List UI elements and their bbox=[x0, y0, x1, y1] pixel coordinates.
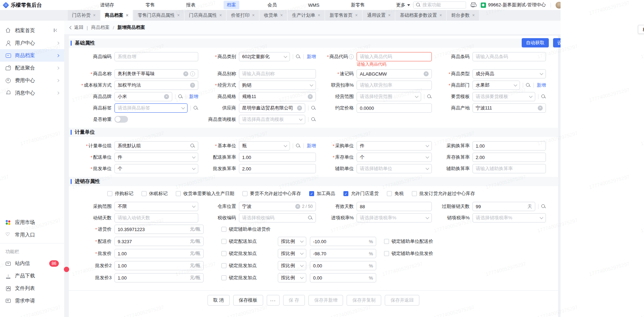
select-field[interactable]: 瓶 bbox=[239, 141, 290, 150]
checkbox[interactable]: 锁定批发加点 bbox=[221, 275, 275, 281]
sidebar-item[interactable]: 档案首页 bbox=[0, 24, 64, 37]
select-field[interactable]: 请选择进项税率% bbox=[357, 213, 432, 223]
more-actions-button[interactable]: ··· bbox=[267, 295, 280, 306]
tab[interactable]: 门店补货× bbox=[68, 10, 100, 21]
checkbox[interactable]: 锁定辅助单位进货价 bbox=[221, 226, 275, 232]
tab[interactable]: 生产计划单× bbox=[288, 10, 324, 21]
close-icon[interactable]: × bbox=[219, 13, 222, 18]
nav-menu-item[interactable]: 零售 bbox=[142, 1, 158, 9]
search-input[interactable]: 搜索功能 bbox=[413, 1, 466, 9]
close-icon[interactable]: × bbox=[318, 13, 320, 18]
side-float-button[interactable]: 精 bbox=[638, 25, 644, 34]
footer-button[interactable]: 保存并返回 bbox=[385, 295, 419, 306]
checkbox[interactable]: 停购标记 bbox=[107, 190, 133, 197]
select-field[interactable]: 件 bbox=[114, 153, 198, 162]
add-new-link[interactable]: 新增 bbox=[189, 93, 198, 100]
sidebar-item[interactable]: 用户中心 bbox=[0, 37, 64, 49]
clear-icon[interactable]: × bbox=[297, 106, 302, 111]
tab[interactable]: 收货单× bbox=[260, 10, 287, 21]
avatar[interactable] bbox=[556, 2, 561, 9]
nav-menu-item[interactable]: 新零售 bbox=[348, 1, 368, 9]
select-field[interactable]: 请选择商品标签 bbox=[114, 103, 188, 113]
printer-icon[interactable] bbox=[471, 2, 476, 7]
tab[interactable]: 基础档案参数设置× bbox=[395, 10, 446, 21]
footer-button[interactable]: 保存并复制 bbox=[347, 295, 381, 306]
add-new-link[interactable]: 新增 bbox=[307, 53, 316, 60]
clear-icon[interactable]: × bbox=[424, 71, 429, 76]
weight-toggle[interactable] bbox=[114, 116, 128, 123]
input-field[interactable]: 宁波111× bbox=[472, 103, 546, 113]
select-field[interactable]: 购销 bbox=[239, 81, 316, 90]
nav-menu-item[interactable]: 档案 bbox=[224, 1, 239, 9]
nav-menu-item[interactable]: 进销存 bbox=[97, 1, 117, 9]
checkbox[interactable]: ✓允许门店退货 bbox=[343, 190, 379, 197]
search-icon[interactable] bbox=[308, 216, 313, 220]
select-field[interactable]: 请选择要货模板 bbox=[472, 92, 535, 101]
checkbox[interactable]: 收货单需要输入生产日期 bbox=[176, 190, 234, 197]
close-icon[interactable]: × bbox=[355, 13, 358, 18]
checkbox[interactable]: ✓加工商品 bbox=[309, 190, 335, 197]
back-button[interactable]: 返回 bbox=[70, 24, 83, 31]
input-field[interactable]: 请输入动销天数 bbox=[114, 213, 198, 223]
search-icon[interactable] bbox=[427, 94, 432, 99]
checkbox[interactable]: 免税 bbox=[387, 190, 404, 197]
sidebar-item[interactable]: 产品下载 bbox=[0, 270, 64, 282]
close-icon[interactable]: × bbox=[93, 13, 96, 18]
checkbox[interactable]: 锁定辅助单位配送价 bbox=[384, 238, 433, 245]
checkbox[interactable]: 休眠标记 bbox=[142, 190, 168, 197]
search-icon[interactable] bbox=[194, 106, 198, 111]
input-field[interactable]: 9.3237元/瓶 bbox=[114, 237, 204, 246]
sidebar-item[interactable]: 需求申请 bbox=[0, 295, 64, 307]
sidebar-item[interactable]: 费用中心 bbox=[0, 74, 64, 87]
sidebar-item[interactable]: 配送聚合 bbox=[0, 62, 64, 74]
footer-button[interactable]: 保 存 bbox=[283, 295, 305, 306]
input-field[interactable]: 请选择税收编码 bbox=[239, 213, 316, 223]
search-icon[interactable] bbox=[296, 55, 301, 59]
input-field[interactable]: 1.00元/瓶 bbox=[114, 249, 204, 258]
input-field[interactable]: 1.00元/瓶 bbox=[114, 261, 204, 270]
checkbox[interactable]: 要货不允许超过中心库存 bbox=[242, 190, 301, 197]
select-field[interactable]: 按比例 bbox=[278, 261, 306, 270]
input-field[interactable]: 请输入联营扣率 bbox=[357, 81, 432, 90]
search-icon[interactable] bbox=[541, 94, 546, 99]
checkbox[interactable]: 锁定辅助单位批发价 bbox=[384, 250, 433, 257]
input-field[interactable]: 1.00 bbox=[472, 141, 546, 150]
clear-icon[interactable]: × bbox=[295, 204, 300, 209]
nav-menu-item[interactable]: 更多 bbox=[393, 1, 413, 9]
input-field[interactable]: 规格11× bbox=[239, 92, 316, 101]
select-field[interactable]: 请选择商品查询模板 bbox=[239, 115, 305, 124]
clear-icon[interactable]: × bbox=[183, 71, 188, 76]
auto-fetch-button[interactable]: 自动获取 bbox=[522, 38, 549, 47]
close-icon[interactable]: × bbox=[472, 13, 475, 18]
footer-button[interactable]: 取 消 bbox=[208, 295, 230, 306]
input-field[interactable]: 宁波×2 / 50 bbox=[239, 202, 316, 211]
input-field[interactable]: 0.0000 bbox=[357, 103, 432, 113]
select-field[interactable]: 按比例 bbox=[278, 249, 306, 258]
input-field[interactable]: 请输入商品条码 bbox=[472, 52, 546, 61]
select-field[interactable]: 成分商品 bbox=[472, 69, 546, 78]
select-field[interactable]: 602|定量膨化 bbox=[239, 52, 290, 61]
select-field[interactable]: 个 bbox=[114, 164, 198, 173]
input-field[interactable]: 请输入辅助换算率 bbox=[472, 164, 546, 173]
search-icon[interactable] bbox=[311, 106, 316, 111]
input-field[interactable]: 加权平均法? bbox=[114, 81, 198, 90]
collapse-icon[interactable] bbox=[53, 28, 59, 34]
sidebar-item[interactable]: 消息中心 bbox=[0, 87, 64, 99]
checkbox[interactable]: 锁定批发加点 bbox=[221, 262, 275, 269]
input-field[interactable]: 请输入商品代码 bbox=[357, 52, 432, 61]
nav-menu-item[interactable]: 报表 bbox=[183, 1, 199, 9]
tab[interactable]: 通用设置× bbox=[363, 10, 395, 21]
input-field[interactable]: 昆明华鑫达贸易有限公司× bbox=[239, 103, 305, 113]
sidebar-item[interactable]: 常用入口 bbox=[0, 229, 64, 241]
input-field[interactable]: 系统自增 bbox=[114, 52, 198, 61]
input-field[interactable]: 0.00% bbox=[310, 273, 376, 282]
close-icon[interactable]: × bbox=[177, 13, 180, 18]
tenant-switcher[interactable]: 99662-新界面测试-管理中心 bbox=[481, 2, 546, 8]
tab[interactable]: 新零售首页× bbox=[325, 10, 362, 21]
tab[interactable]: 价签打印× bbox=[227, 10, 259, 21]
select-field[interactable]: 个 bbox=[357, 153, 432, 162]
sidebar-item[interactable]: 应用市场 bbox=[0, 216, 64, 229]
search-icon[interactable] bbox=[541, 204, 546, 209]
close-icon[interactable]: × bbox=[388, 13, 390, 18]
close-icon[interactable]: × bbox=[280, 13, 283, 18]
